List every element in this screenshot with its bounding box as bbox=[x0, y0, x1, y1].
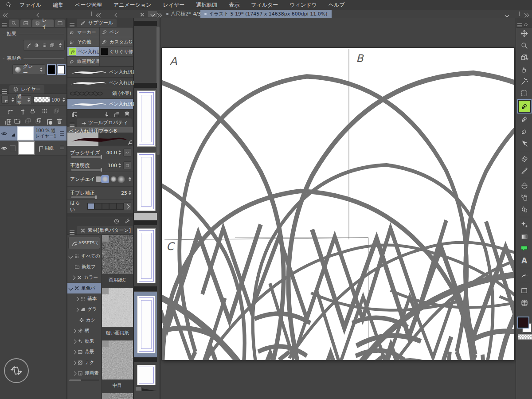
pagepanel-menu-icon[interactable] bbox=[148, 11, 157, 17]
subtool-group-customg[interactable]: カスタムG bbox=[100, 37, 133, 47]
tool-zoom-icon[interactable] bbox=[516, 39, 532, 51]
blend-mode-select[interactable]: 通常 bbox=[16, 95, 32, 104]
tree-effect[interactable]: 効果 bbox=[67, 336, 101, 347]
expression-color-select[interactable]: グレー bbox=[12, 64, 45, 75]
clip-to-layer-icon[interactable] bbox=[6, 108, 13, 114]
tool-fill-icon[interactable] bbox=[516, 180, 532, 192]
unlock-icon[interactable] bbox=[126, 139, 132, 145]
tab-layer-property-active[interactable]: レイ bbox=[32, 20, 54, 27]
aa-weak-option-selected[interactable] bbox=[101, 175, 109, 183]
tool-brush-icon[interactable] bbox=[516, 125, 532, 137]
tab-subtool-active[interactable]: サブツール bbox=[77, 19, 117, 27]
aa-spinner[interactable] bbox=[129, 177, 131, 181]
layer-row-1-selected[interactable]: 100 % 通 レイヤー1 bbox=[0, 126, 66, 141]
tool-decoration-icon[interactable] bbox=[516, 219, 532, 231]
tree-all-materials[interactable]: すべての bbox=[67, 251, 101, 262]
aa-none-option[interactable] bbox=[96, 176, 101, 182]
material-item-gayoshi-c[interactable]: 画用紙C bbox=[102, 235, 133, 288]
subtool-group-other[interactable]: その他 bbox=[67, 37, 100, 47]
tree-gradient[interactable]: グラ bbox=[67, 304, 101, 315]
subtool-group-pen[interactable]: ペン bbox=[100, 27, 133, 37]
tool-eraser-icon[interactable] bbox=[516, 153, 532, 164]
tool-marquee-icon[interactable] bbox=[516, 87, 532, 99]
black-swatch[interactable] bbox=[48, 65, 55, 74]
brush-row-3[interactable]: ペン入れ汎用ブラシ3 bbox=[67, 78, 133, 88]
tool-knife-icon[interactable] bbox=[516, 164, 532, 176]
tree-background[interactable]: 背景 bbox=[67, 347, 101, 357]
tree-basic[interactable]: 基本 bbox=[67, 293, 101, 304]
tab-layers-active[interactable]: レイヤー bbox=[9, 85, 44, 94]
assets-search-button[interactable]: ASSETSで検索 bbox=[68, 237, 100, 249]
aa-mid-option[interactable] bbox=[110, 176, 117, 182]
harai-option-2[interactable] bbox=[94, 203, 102, 210]
pagepanel-close-icon[interactable] bbox=[141, 13, 144, 16]
tool-blend-icon[interactable] bbox=[516, 203, 532, 215]
tab-material-active[interactable]: 素材[単色パターン] bbox=[77, 226, 133, 235]
harai-expand-button[interactable] bbox=[124, 202, 131, 210]
tab-info[interactable] bbox=[55, 20, 65, 27]
reset-defaults-icon[interactable] bbox=[113, 218, 120, 224]
tree-texture[interactable]: テク bbox=[67, 357, 101, 368]
layer-visible-eye-icon[interactable] bbox=[1, 146, 8, 151]
palette-spinner[interactable] bbox=[12, 98, 14, 102]
page-thumbnail-4-selected[interactable] bbox=[137, 296, 155, 353]
harai-row[interactable]: はらい bbox=[67, 200, 133, 213]
menu-edit[interactable]: 編集 bbox=[47, 0, 69, 10]
subtool-group-peninput-selected[interactable]: ペン入れ汎 bbox=[67, 47, 100, 57]
menu-page-manage[interactable]: ページ管理 bbox=[70, 0, 107, 10]
menu-layer[interactable]: レイヤー bbox=[157, 0, 190, 10]
layer-palette-option[interactable] bbox=[1, 96, 9, 104]
pagestrip-scrollbar[interactable] bbox=[156, 27, 160, 155]
new-folder-icon[interactable] bbox=[14, 117, 21, 125]
draft-checkbox[interactable] bbox=[10, 145, 16, 151]
effect-layercolor-icon[interactable] bbox=[50, 42, 55, 48]
mask-icon[interactable] bbox=[53, 108, 60, 114]
tool-object-icon[interactable] bbox=[516, 51, 532, 63]
page-thumbnail-5[interactable] bbox=[137, 365, 155, 385]
delete-layer-icon[interactable] bbox=[56, 117, 63, 125]
opacity-slider[interactable] bbox=[71, 169, 101, 171]
subtool-checkbox-icon[interactable] bbox=[70, 110, 77, 117]
tree-kakeami[interactable]: カク bbox=[67, 315, 101, 325]
layer2-handle-icon[interactable] bbox=[60, 146, 64, 150]
brush-row-8-selected[interactable]: ペン入れ汎用ブラシ8 bbox=[67, 99, 133, 110]
tool-airbrush-icon[interactable] bbox=[516, 192, 532, 203]
brush-size-slider[interactable] bbox=[71, 156, 101, 158]
tool-magic-wand-icon[interactable] bbox=[516, 75, 532, 87]
layer1-handle-icon[interactable] bbox=[60, 131, 64, 136]
tool-pen-selected[interactable] bbox=[516, 99, 532, 113]
harai-option-4[interactable] bbox=[109, 203, 117, 210]
thumbnail-size-slider[interactable] bbox=[136, 387, 158, 391]
tree-mono-pattern-selected[interactable]: 単色パ bbox=[67, 283, 101, 293]
menu-view[interactable]: 表示 bbox=[223, 0, 245, 10]
tool-hand-icon[interactable] bbox=[516, 63, 532, 75]
material-item-arai-gayoshi[interactable]: 粗い画用紙 bbox=[102, 288, 133, 340]
document-tab-2-active[interactable]: イラスト 5 19* (17457 x 14638px 600dpi 11.0%… bbox=[200, 10, 332, 18]
layer-visible-eye-icon[interactable] bbox=[1, 131, 8, 136]
stabilize-row[interactable]: 手ブレ補正 25 bbox=[67, 187, 133, 200]
brush-size-spinner[interactable] bbox=[118, 150, 121, 155]
brush-row-chain[interactable]: 鎖 (小豆) bbox=[67, 88, 133, 99]
tool-pencil-icon[interactable] bbox=[516, 113, 532, 125]
transfer-down-icon[interactable] bbox=[24, 117, 31, 125]
effect-tone-off-icon[interactable] bbox=[26, 42, 31, 48]
subtool-panel-menu-icon[interactable] bbox=[70, 23, 74, 27]
tab-subview[interactable] bbox=[20, 20, 31, 27]
canvas-viewport[interactable]: A B C bbox=[160, 18, 516, 399]
brush-row-6[interactable]: ペン入れ汎用ブラシ6 bbox=[67, 67, 133, 78]
aa-strong-option[interactable] bbox=[117, 176, 125, 183]
transparent-color-swatch[interactable] bbox=[518, 334, 532, 340]
lock-alpha-icon[interactable] bbox=[41, 108, 48, 114]
delete-subtool-icon[interactable] bbox=[124, 110, 130, 117]
page-selected-wrap[interactable] bbox=[134, 292, 157, 358]
toolbar-menu-icon[interactable] bbox=[517, 23, 522, 27]
effects-spinner[interactable] bbox=[59, 43, 62, 47]
layer-opacity-slider[interactable] bbox=[33, 97, 50, 103]
tool-move-icon[interactable] bbox=[516, 27, 532, 39]
merge-down-icon[interactable] bbox=[35, 117, 42, 125]
new-layer-icon[interactable] bbox=[4, 117, 11, 125]
subtool-detail-wrench-icon[interactable] bbox=[124, 218, 130, 224]
menu-filter[interactable]: フィルター bbox=[246, 0, 283, 10]
white-swatch[interactable] bbox=[58, 65, 65, 74]
menu-animation[interactable]: アニメーション bbox=[108, 0, 157, 10]
